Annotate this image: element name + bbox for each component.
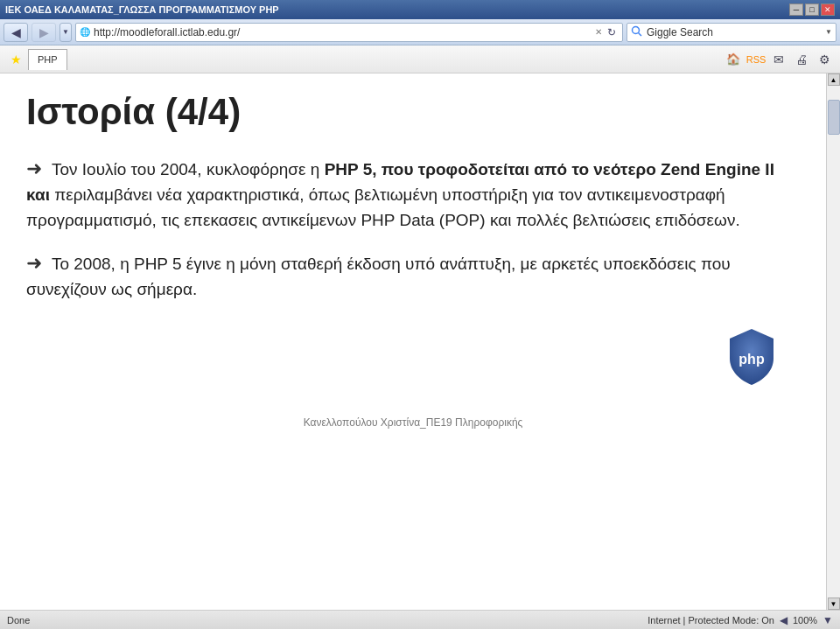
php-tab-label: PHP bbox=[38, 54, 58, 65]
favorites-star-icon[interactable]: ★ bbox=[5, 49, 26, 70]
zoom-dropdown-icon[interactable]: ▼ bbox=[822, 614, 833, 626]
back-button[interactable]: ◀ bbox=[4, 23, 28, 42]
main-content: Ιστορία (4/4) ➜ Τον Ιουλίο του 2004, κυκ… bbox=[0, 73, 826, 610]
refresh-button[interactable]: ↻ bbox=[605, 26, 619, 38]
scroll-up-button[interactable]: ▲ bbox=[828, 73, 840, 86]
footer-right: Internet | Protected Mode: On ◀ 100% ▼ bbox=[648, 614, 833, 626]
search-text: Giggle Search bbox=[647, 26, 825, 38]
scrollbar[interactable]: ▲ ▼ bbox=[826, 73, 840, 610]
paragraph-2-text: Το 2008, η PHP 5 έγινε η μόνη σταθερή έκ… bbox=[26, 255, 731, 298]
arrow-icon-1: ➜ bbox=[26, 154, 42, 183]
scroll-down-button[interactable]: ▼ bbox=[828, 598, 840, 610]
svg-text:php: php bbox=[738, 352, 765, 367]
maximize-button[interactable]: □ bbox=[805, 3, 819, 16]
arrow-icon-2: ➜ bbox=[26, 248, 42, 277]
search-bar[interactable]: Giggle Search ▼ bbox=[626, 23, 836, 42]
zoom-arrows[interactable]: ◀ bbox=[780, 614, 788, 626]
status-done: Done bbox=[7, 615, 30, 626]
title-bar-text: ΙΕΚ ΟΑΕΔ ΚΑΛΑΜΑΤΑΣ_ΓΛΩΣΣΑ ΠΡΟΓΡΑΜΜΑΤΙΣΜΟ… bbox=[5, 4, 279, 15]
home-button[interactable]: 🏠 bbox=[723, 49, 744, 70]
page-icon: 🌐 bbox=[80, 27, 90, 37]
address-clear-button[interactable]: ✕ bbox=[592, 27, 605, 37]
php-logo: php bbox=[721, 325, 782, 390]
svg-point-0 bbox=[633, 26, 640, 33]
rss-button[interactable]: RSS bbox=[746, 49, 766, 70]
scrollbar-thumb[interactable] bbox=[828, 100, 840, 135]
address-bar[interactable]: 🌐 http://moodleforall.ictlab.edu.gr/ ✕ ↻ bbox=[75, 23, 623, 42]
minimize-button[interactable]: ─ bbox=[789, 3, 803, 16]
content-section: Ιστορία (4/4) ➜ Τον Ιουλίο του 2004, κυκ… bbox=[26, 91, 800, 429]
toolbar: ★ PHP 🏠 RSS ✉ 🖨 ⚙ bbox=[0, 45, 840, 73]
svg-line-1 bbox=[639, 32, 642, 36]
mail-button[interactable]: ✉ bbox=[768, 49, 789, 70]
address-text: http://moodleforall.ictlab.edu.gr/ bbox=[94, 26, 592, 38]
search-dropdown-button[interactable]: ▼ bbox=[825, 28, 832, 36]
footer-caption: Κανελλοπούλου Χριστίνα_ΠΕ19 Πληροφορικής bbox=[26, 416, 800, 429]
settings-button[interactable]: ⚙ bbox=[814, 49, 835, 70]
close-button[interactable]: ✕ bbox=[821, 3, 835, 16]
internet-zone-label: Internet | Protected Mode: On bbox=[648, 615, 774, 626]
print-button[interactable]: 🖨 bbox=[791, 49, 812, 70]
navigation-bar: ◀ ▶ ▼ 🌐 http://moodleforall.ictlab.edu.g… bbox=[0, 19, 840, 45]
paragraph-1-rest: περιλαμβάνει νέα χαρακτηριστικά, όπως βε… bbox=[26, 185, 740, 229]
paragraph-2: ➜ Το 2008, η PHP 5 έγινε η μόνη σταθερή … bbox=[26, 248, 800, 303]
forward-button[interactable]: ▶ bbox=[32, 23, 56, 42]
php-tab[interactable]: PHP bbox=[28, 49, 67, 70]
page-title: Ιστορία (4/4) bbox=[26, 91, 800, 133]
paragraph-1-text: Τον Ιουλίο του 2004, κυκλοφόρησε η bbox=[47, 160, 325, 178]
content-wrapper: Ιστορία (4/4) ➜ Τον Ιουλίο του 2004, κυκ… bbox=[0, 73, 840, 610]
paragraph-1: ➜ Τον Ιουλίο του 2004, κυκλοφόρησε η PHP… bbox=[26, 154, 800, 233]
nav-dropdown-button[interactable]: ▼ bbox=[60, 23, 72, 42]
status-bar: Done Internet | Protected Mode: On ◀ 100… bbox=[0, 610, 840, 629]
content-body: ➜ Τον Ιουλίο του 2004, κυκλοφόρησε η PHP… bbox=[26, 154, 800, 303]
title-bar-controls: ─ □ ✕ bbox=[789, 3, 835, 16]
giggle-icon bbox=[631, 25, 643, 39]
zoom-level: 100% bbox=[793, 615, 817, 626]
title-bar: ΙΕΚ ΟΑΕΔ ΚΑΛΑΜΑΤΑΣ_ΓΛΩΣΣΑ ΠΡΟΓΡΑΜΜΑΤΙΣΜΟ… bbox=[0, 0, 840, 19]
